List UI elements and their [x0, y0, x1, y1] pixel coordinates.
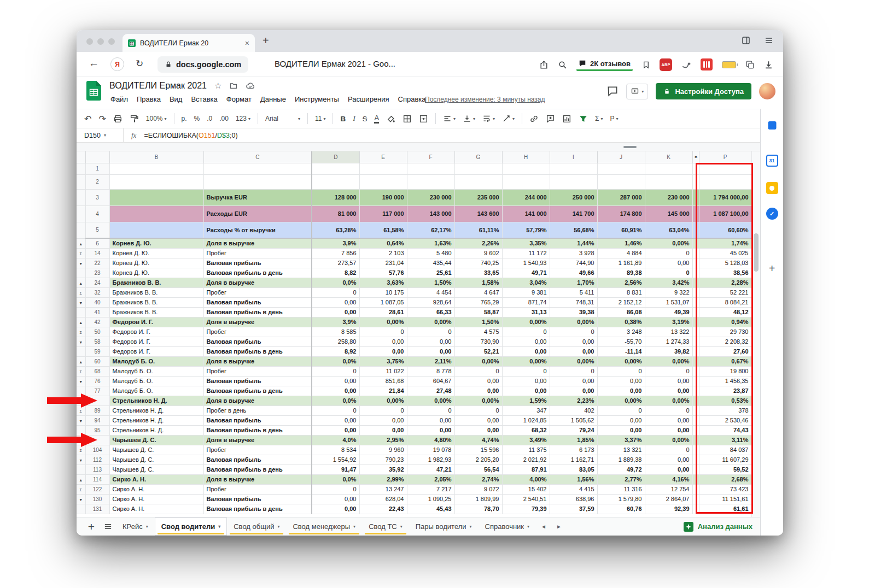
value-cell[interactable]: 2,56% — [597, 278, 645, 287]
driver-name-cell[interactable]: Федоров И. Г. — [109, 317, 203, 327]
value-cell[interactable]: 2,23% — [550, 396, 597, 405]
value-cell[interactable]: 0,00% — [407, 396, 454, 405]
value-cell[interactable]: 3,9% — [312, 238, 359, 248]
group-toggle-icon[interactable]: ▲ — [79, 321, 83, 325]
value-cell[interactable]: 143 600 — [454, 205, 502, 222]
all-sheets-button[interactable] — [100, 522, 116, 531]
total-cell[interactable]: 378 — [699, 405, 751, 415]
driver-name-cell[interactable]: Сирко А. Н. — [109, 494, 203, 504]
value-cell[interactable]: 28,61 — [359, 307, 407, 317]
total-cell[interactable]: 23,87 — [699, 386, 751, 396]
value-cell[interactable]: 13 321 — [597, 445, 645, 455]
avatar[interactable] — [759, 83, 775, 99]
total-cell[interactable]: 60,60% — [699, 222, 751, 238]
row-header[interactable]: 32 — [85, 287, 109, 297]
total-cell[interactable]: 1 087 100,00 — [699, 205, 751, 222]
download-icon[interactable] — [764, 60, 773, 69]
value-cell[interactable]: 2 021,92 — [502, 455, 550, 464]
total-cell[interactable]: 5 128,03 — [699, 258, 751, 268]
driver-name-cell[interactable]: Чарышев Д. С. — [109, 455, 203, 464]
value-cell[interactable]: 1,46% — [597, 238, 645, 248]
value-cell[interactable]: 765,29 — [454, 297, 502, 307]
value-cell[interactable]: 92,39 — [645, 504, 692, 514]
row-header[interactable]: 68 — [85, 366, 109, 376]
driver-name-cell[interactable]: Бражников В. В. — [109, 297, 203, 307]
value-cell[interactable]: 0,00% — [359, 317, 407, 327]
metric-label-cell[interactable]: Валовая прибыль в день — [203, 464, 312, 474]
row-header[interactable]: 41 — [85, 307, 109, 317]
value-cell[interactable]: 3,75% — [359, 356, 407, 366]
driver-name-cell[interactable]: Корнев Д. Ю. — [109, 238, 203, 248]
metric-label-cell[interactable]: Валовая прибыль в день — [203, 504, 312, 514]
sheets-nav-right[interactable]: ► — [551, 524, 567, 530]
value-cell[interactable]: 83,05 — [550, 464, 597, 474]
value-cell[interactable]: 287 000 — [597, 189, 645, 205]
value-cell[interactable]: 0,00 — [550, 346, 597, 356]
month-header-cell[interactable]: 1 — [312, 163, 359, 174]
value-cell[interactable]: 0,0% — [312, 396, 359, 405]
month-header-cell[interactable]: 5 — [502, 163, 550, 174]
value-cell[interactable]: 2 864,07 — [645, 494, 692, 504]
metric-label-cell[interactable]: Выручка EUR — [203, 189, 312, 205]
group-toggle-icon[interactable]: Σ — [80, 449, 82, 452]
tasks-icon[interactable]: ✓ — [766, 208, 778, 220]
value-cell[interactable]: 19 078 — [407, 445, 454, 455]
metric-label-cell[interactable]: Валовая прибыль — [203, 297, 312, 307]
share-page-icon[interactable] — [539, 60, 549, 69]
value-cell[interactable]: 0,0% — [312, 356, 359, 366]
value-cell[interactable]: 0,00 — [645, 415, 692, 425]
last-edit-link[interactable]: Последнее изменение: 3 минуты назад — [425, 96, 545, 103]
value-cell[interactable]: 0,00 — [645, 455, 692, 464]
driver-name-cell[interactable]: Федоров И. Г. — [109, 327, 203, 337]
metric-label-cell[interactable]: Валовая прибыль в день — [203, 346, 312, 356]
month-header-cell[interactable]: 8 — [645, 163, 692, 174]
value-cell[interactable]: 0,00% — [502, 356, 550, 366]
value-cell[interactable]: 0,00% — [550, 317, 597, 327]
font-select[interactable]: Arial▾ — [265, 115, 300, 122]
value-cell[interactable]: 47,21 — [407, 464, 454, 474]
metric-label-cell[interactable]: Валовая прибыль — [203, 376, 312, 386]
value-cell[interactable]: 4,00% — [502, 474, 550, 484]
value-cell[interactable]: 21,84 — [359, 386, 407, 396]
driver-name-cell[interactable] — [109, 189, 203, 205]
value-cell[interactable]: 402 — [550, 405, 597, 415]
sheets-nav-left[interactable]: ◄ — [536, 524, 551, 530]
value-cell[interactable]: 10 175 — [359, 287, 407, 297]
metric-label-cell[interactable]: Валовая прибыль в день — [203, 386, 312, 396]
driver-name-cell[interactable]: Сирко А. Н. — [109, 484, 203, 494]
value-cell[interactable]: 0 — [312, 287, 359, 297]
value-cell[interactable]: 1 090,25 — [407, 494, 454, 504]
value-cell[interactable]: 0 — [645, 248, 692, 258]
hidden-columns-marker[interactable]: ◂▸ — [692, 151, 699, 163]
value-cell[interactable] — [502, 174, 550, 189]
group-margin[interactable]: ▲ — [77, 238, 85, 248]
value-cell[interactable]: 790,23 — [359, 455, 407, 464]
total-cell[interactable]: 0,94% — [699, 317, 751, 327]
value-cell[interactable]: 87,91 — [502, 464, 550, 474]
tabs-collections-icon[interactable] — [745, 60, 755, 69]
metric-label-cell[interactable]: Валовая прибыль — [203, 258, 312, 268]
value-cell[interactable]: 347 — [502, 405, 550, 415]
value-cell[interactable]: 49,71 — [502, 268, 550, 278]
increase-decimals-button[interactable]: .00 — [219, 115, 229, 122]
value-cell[interactable]: 2,95% — [359, 435, 407, 445]
value-cell[interactable]: 63,28% — [312, 222, 359, 238]
column-header-F[interactable]: F — [407, 151, 454, 163]
value-cell[interactable]: 3,9% — [312, 317, 359, 327]
value-cell[interactable]: 7 856 — [312, 248, 359, 258]
value-cell[interactable] — [645, 174, 692, 189]
value-cell[interactable]: 60,76 — [597, 504, 645, 514]
value-cell[interactable]: 22,43 — [359, 504, 407, 514]
value-cell[interactable]: 8 534 — [312, 445, 359, 455]
minimize-window-button[interactable] — [97, 38, 104, 45]
italic-button[interactable]: I — [353, 114, 355, 123]
sheet-tab-0[interactable]: КРейс▾ — [116, 518, 155, 536]
driver-name-cell[interactable]: Стрельников Н. Д. — [109, 415, 203, 425]
fill-color-button[interactable] — [386, 114, 395, 124]
driver-name-cell[interactable]: Чарышев Д. С. — [109, 445, 203, 455]
value-cell[interactable]: 0,00 — [359, 346, 407, 356]
value-cell[interactable]: 3,35% — [502, 238, 550, 248]
value-cell[interactable]: 8 831 — [597, 287, 645, 297]
value-cell[interactable]: 4,0% — [312, 435, 359, 445]
value-cell[interactable]: 0 — [312, 484, 359, 494]
